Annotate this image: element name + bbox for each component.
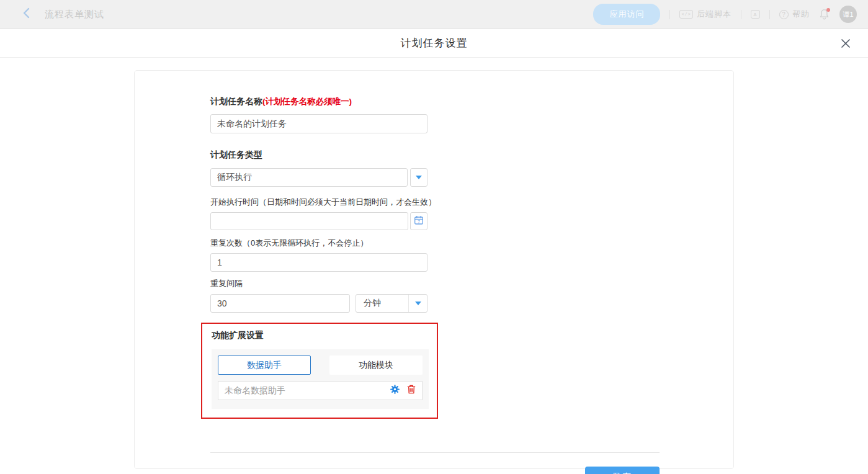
data-assistant-item[interactable]: 未命名数据助手 <box>218 381 423 400</box>
calendar-icon: 7 <box>414 215 424 228</box>
data-assistant-name: 未命名数据助手 <box>225 385 383 396</box>
bell-icon <box>819 11 830 22</box>
dialog-header: 计划任务设置 <box>0 29 868 58</box>
avatar[interactable]: 谭1 <box>839 6 857 23</box>
extension-settings-label: 功能扩展设置 <box>212 330 437 341</box>
chevron-left-icon <box>22 7 30 21</box>
task-type-label: 计划任务类型 <box>210 150 733 161</box>
question-circle-icon: ? <box>779 10 789 19</box>
app-access-button[interactable]: 应用访问 <box>593 4 660 25</box>
topbar: 流程表单测试 应用访问 </> 后端脚本 A ? 帮助 谭1 <box>0 0 868 29</box>
calendar-button[interactable]: 7 <box>410 212 427 230</box>
task-name-input[interactable] <box>210 114 427 133</box>
close-button[interactable] <box>839 37 852 50</box>
interval-unit-value: 分钟 <box>356 298 408 309</box>
back-button[interactable] <box>20 8 32 20</box>
svg-text:7: 7 <box>418 219 420 223</box>
trash-icon <box>407 385 416 396</box>
tab-function-module[interactable]: 功能模块 <box>329 356 423 375</box>
scheduled-task-form: 计划任务名称(计划任务名称必须唯一) 计划任务类型 循环执行 开始执行时间（日期… <box>135 71 733 474</box>
start-time-label: 开始执行时间（日期和时间必须大于当前日期时间，才会生效） <box>210 197 733 208</box>
extension-tabs: 数据助手 功能模块 <box>218 356 423 375</box>
divider <box>669 10 670 19</box>
code-icon: </> <box>679 10 693 19</box>
page-title: 流程表单测试 <box>45 9 104 20</box>
repeat-count-label: 重复次数（0表示无限循环执行，不会停止） <box>210 238 733 249</box>
help-button[interactable]: ? 帮助 <box>779 9 810 20</box>
task-type-dropdown-button[interactable] <box>410 168 427 187</box>
chevron-down-icon <box>416 176 422 179</box>
contacts-button[interactable]: A <box>751 10 760 19</box>
task-type-select[interactable]: 循环执行 <box>210 168 408 187</box>
footer-divider <box>210 452 660 453</box>
repeat-interval-label: 重复间隔 <box>210 278 733 289</box>
chevron-down-icon <box>415 302 421 305</box>
close-icon <box>839 41 852 51</box>
delete-button[interactable] <box>407 385 416 396</box>
repeat-interval-input[interactable] <box>210 294 350 313</box>
notification-bell-button[interactable] <box>819 9 830 20</box>
help-label: 帮助 <box>792 9 810 20</box>
dialog-title: 计划任务设置 <box>401 36 468 50</box>
divider <box>769 10 770 19</box>
divider <box>741 10 741 19</box>
backend-script-label: 后端脚本 <box>697 9 732 20</box>
notification-dot <box>826 8 830 12</box>
extension-panel: 数据助手 功能模块 未命名数据助手 <box>212 349 429 409</box>
backend-script-button[interactable]: </> 后端脚本 <box>679 9 732 20</box>
contact-card-icon: A <box>751 10 760 19</box>
settings-card: 计划任务名称(计划任务名称必须唯一) 计划任务类型 循环执行 开始执行时间（日期… <box>134 70 734 469</box>
start-time-input[interactable] <box>210 212 408 230</box>
task-name-label: 计划任务名称(计划任务名称必须唯一) <box>210 96 733 107</box>
interval-unit-select[interactable]: 分钟 <box>356 294 427 313</box>
configure-button[interactable] <box>390 385 400 396</box>
annotation-box: 功能扩展设置 数据助手 功能模块 未命名数据助手 <box>201 323 438 419</box>
task-name-required-note: (计划任务名称必须唯一) <box>262 97 352 106</box>
tab-data-assistant[interactable]: 数据助手 <box>218 356 311 375</box>
save-button[interactable]: 保存 <box>585 467 660 474</box>
repeat-count-input[interactable] <box>210 253 427 272</box>
gear-icon <box>390 385 400 396</box>
interval-unit-dropdown-button[interactable] <box>408 295 427 312</box>
